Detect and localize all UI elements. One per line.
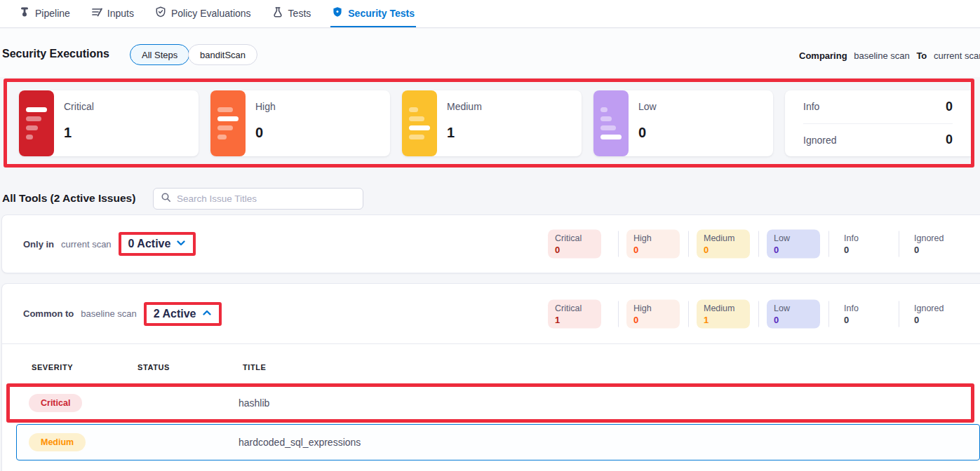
chip-high[interactable]: High 0 (626, 299, 680, 328)
comparing-current: current scan (934, 50, 980, 61)
issue-row-hashlib[interactable]: Critical hashlib (10, 387, 971, 419)
card-label: Medium (447, 101, 482, 112)
section-header: Common to baseline scan 2 Active Critica… (2, 284, 980, 344)
chip-label: High (633, 303, 673, 313)
flask-icon (272, 6, 283, 20)
info-label: Info (803, 101, 819, 112)
card-label: Critical (64, 101, 94, 112)
tab-policy-evaluations[interactable]: Policy Evaluations (154, 0, 253, 27)
shield-check-icon (155, 6, 166, 20)
info-row: Info 0 (803, 90, 953, 123)
active-count-toggle[interactable]: 0 Active (119, 232, 196, 256)
chip-critical[interactable]: Critical 0 (548, 230, 601, 259)
pipeline-icon (19, 6, 30, 20)
chip-critical[interactable]: Critical 1 (548, 299, 601, 328)
summary-card-medium: Medium 1 (402, 90, 582, 156)
column-header-status: STATUS (137, 363, 170, 371)
active-count-label: 2 Active (154, 308, 196, 320)
chip-value: 0 (914, 245, 953, 255)
severity-chips: Critical 1 High 0 Medium 1 Low 0 Info 0 … (548, 299, 969, 328)
section-only-in-current-scan: Only in current scan 0 Active Critical 0… (1, 214, 980, 273)
severity-badge-critical: Critical (29, 394, 82, 412)
tab-label: Security Tests (348, 8, 415, 19)
active-count-label: 0 Active (128, 238, 171, 250)
chip-label: Low (774, 233, 813, 243)
chip-ignored[interactable]: Ignored 0 (907, 299, 960, 328)
chip-label: Ignored (914, 233, 953, 243)
search-input[interactable] (177, 193, 356, 204)
chip-value: 0 (774, 314, 813, 325)
comparing-baseline: baseline scan (854, 50, 910, 61)
chip-label: Info (844, 233, 883, 243)
security-tests-page: Pipeline Inputs Policy Evaluations Tests… (0, 0, 980, 471)
filter-banditscan[interactable]: banditScan (188, 44, 257, 65)
card-value: 1 (64, 125, 72, 141)
severity-chips: Critical 0 High 0 Medium 0 Low 0 Info 0 … (548, 230, 969, 259)
chip-ignored[interactable]: Ignored 0 (907, 230, 960, 259)
ignored-row: Ignored 0 (803, 123, 953, 157)
chip-low[interactable]: Low 0 (767, 230, 820, 259)
inputs-icon (91, 6, 102, 20)
card-value: 0 (255, 125, 263, 141)
chevron-down-icon (176, 238, 186, 250)
chip-value: 0 (844, 245, 883, 255)
chip-low[interactable]: Low 0 (767, 299, 820, 328)
section-label-rest: current scan (61, 239, 112, 250)
section-label-bold: Only in (23, 239, 54, 250)
top-tab-bar: Pipeline Inputs Policy Evaluations Tests… (0, 0, 980, 28)
chip-high[interactable]: High 0 (626, 230, 680, 259)
issue-row-content: Medium hardcoded_sql_expressions (17, 425, 979, 460)
tab-pipeline[interactable]: Pipeline (18, 0, 72, 27)
summary-card-info-ignored: Info 0 Ignored 0 (785, 90, 971, 156)
issue-title: hashlib (239, 397, 269, 409)
chip-value: 1 (555, 314, 594, 325)
tab-label: Policy Evaluations (171, 8, 251, 19)
comparing-prefix: Comparing (799, 50, 847, 61)
chip-value: 0 (914, 314, 953, 325)
issue-row-hardcoded-sql-expressions[interactable]: Medium hardcoded_sql_expressions (16, 424, 980, 460)
tab-label: Inputs (107, 8, 134, 19)
high-bars-icon (210, 90, 246, 156)
tab-inputs[interactable]: Inputs (90, 0, 135, 27)
chevron-up-icon (202, 308, 212, 320)
chip-value: 0 (704, 245, 743, 255)
low-bars-icon (593, 90, 629, 156)
search-icon (161, 192, 171, 205)
section-common-to-baseline: Common to baseline scan 2 Active Critica… (1, 283, 980, 471)
column-header-severity: SEVERITY (32, 363, 73, 371)
chip-value: 0 (555, 245, 594, 255)
medium-bars-icon (402, 90, 437, 156)
section-label-rest: baseline scan (81, 308, 137, 319)
active-count-toggle[interactable]: 2 Active (144, 302, 222, 326)
critical-bars-icon (19, 90, 54, 156)
comparing-label: Comparing baseline scan To current scan (799, 50, 980, 61)
chip-label: Ignored (914, 303, 953, 313)
summary-card-low: Low 0 (593, 90, 773, 156)
issue-title: hardcoded_sql_expressions (239, 437, 361, 448)
tab-label: Pipeline (35, 8, 70, 19)
chip-info[interactable]: Info 0 (837, 230, 890, 259)
chip-label: Low (774, 303, 813, 313)
ignored-value: 0 (946, 132, 953, 147)
section-label-bold: Common to (23, 308, 74, 319)
chip-label: Info (844, 303, 883, 313)
tab-label: Tests (288, 8, 311, 19)
chip-value: 0 (633, 245, 673, 255)
shield-icon (332, 6, 343, 20)
summary-card-high: High 0 (210, 90, 390, 156)
chip-label: High (633, 233, 673, 243)
chip-medium[interactable]: Medium 0 (697, 230, 750, 259)
chip-info[interactable]: Info 0 (837, 299, 890, 328)
card-label: Low (638, 101, 657, 112)
chip-label: Medium (704, 233, 743, 243)
tab-security-tests[interactable]: Security Tests (330, 0, 416, 27)
card-value: 0 (638, 125, 646, 141)
chip-medium[interactable]: Medium 1 (697, 299, 750, 328)
chip-label: Critical (555, 233, 594, 243)
chip-label: Medium (704, 303, 743, 313)
ignored-label: Ignored (803, 135, 836, 146)
chip-value: 1 (704, 314, 743, 325)
summary-card-critical: Critical 1 (19, 90, 199, 156)
tab-tests[interactable]: Tests (271, 0, 313, 27)
filter-all-steps[interactable]: All Steps (130, 44, 189, 65)
